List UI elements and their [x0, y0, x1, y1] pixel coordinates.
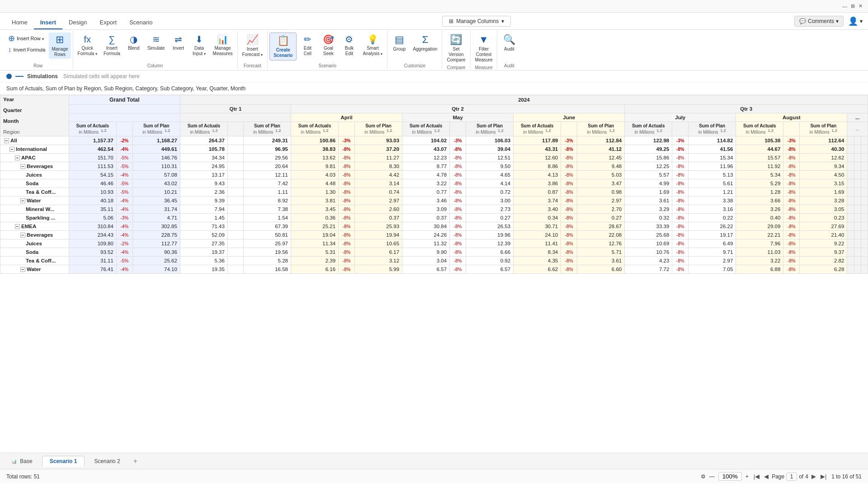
- data-cell: 8.77: [402, 162, 450, 171]
- data-cell: 15.34: [689, 154, 736, 162]
- prev-page-button[interactable]: ◀: [763, 473, 770, 480]
- bulk-edit-button[interactable]: ⚙ BulkEdit: [339, 33, 359, 58]
- close-icon[interactable]: ✕: [859, 3, 863, 9]
- create-scenario-button[interactable]: 📋 CreateScenario: [269, 33, 297, 61]
- data-cell: 7.05: [689, 265, 736, 274]
- insert-forecast-button[interactable]: 📈 InsertForecast ▾: [240, 33, 266, 59]
- manage-rows-button[interactable]: ⊞ ManageRows: [49, 33, 71, 59]
- gt-plan-sort-icon[interactable]: 1.2: [165, 128, 170, 133]
- row-label: Juices: [0, 239, 69, 248]
- data-cell: 106.03: [466, 136, 514, 145]
- sheet-tab-scenario1[interactable]: Scenario 1: [42, 456, 85, 467]
- settings-icon[interactable]: ⚙: [701, 473, 706, 480]
- expand-icon[interactable]: −: [9, 147, 14, 152]
- data-cell: 1.69: [800, 188, 847, 197]
- page-number[interactable]: 1: [786, 473, 797, 481]
- col-may-plan: Sum of Planin Millions 1.2: [466, 122, 514, 136]
- jun-plan-sort-icon[interactable]: 1.2: [609, 128, 615, 133]
- may-plan-sort-icon[interactable]: 1.2: [498, 128, 504, 133]
- comments-button[interactable]: 💬 Comments ▾: [794, 16, 844, 27]
- data-cell: 11.32: [402, 239, 450, 248]
- data-cell: 93.03: [355, 136, 402, 145]
- tab-scenario[interactable]: Scenario: [123, 16, 159, 29]
- group-button[interactable]: ▤ Group: [389, 33, 409, 53]
- table-row: −Water40.18-4%36.459.398.923.81-8%2.973.…: [0, 197, 868, 205]
- apr-plan-sort-icon[interactable]: 1.2: [387, 128, 392, 133]
- manage-measures-button[interactable]: 📊 ManageMeasures: [210, 33, 236, 58]
- audit-button[interactable]: 🔍 Audit: [499, 33, 519, 53]
- filter-context-button[interactable]: ▼ FilterContextMeasure: [472, 33, 495, 64]
- aug-actuals-sort-icon[interactable]: 1.2: [768, 128, 774, 133]
- goal-seek-button[interactable]: 🎯 GoalSeek: [318, 33, 338, 58]
- tab-design[interactable]: Design: [62, 16, 93, 29]
- may-actuals-sort-icon[interactable]: 1.2: [434, 128, 440, 133]
- page-range-label: 1 to 16 of 51: [831, 473, 862, 480]
- header-row-cols: Sum of Actuals in Millions 1.2 Sum of Pl…: [0, 122, 868, 136]
- expand-icon[interactable]: −: [4, 138, 9, 143]
- qtr1-plan-sort-icon[interactable]: 1.2: [275, 128, 281, 133]
- blend-button[interactable]: ◑ Blend: [124, 33, 144, 52]
- apr-actuals-sort-icon[interactable]: 1.2: [323, 128, 329, 133]
- row-group-label: Row: [5, 62, 71, 69]
- data-cell: 117.89: [514, 136, 561, 145]
- minimize-icon[interactable]: —: [842, 4, 847, 9]
- jun-actuals-sort-icon[interactable]: 1.2: [545, 128, 551, 133]
- data-cell: 12.76: [577, 239, 625, 248]
- data-cell: 3.86: [514, 179, 561, 188]
- data-cell: 234.43: [69, 231, 116, 239]
- expand-icon[interactable]: −: [20, 233, 25, 238]
- maximize-icon[interactable]: ⊞: [851, 3, 855, 9]
- zoom-in-icon[interactable]: +: [745, 473, 749, 480]
- expand-icon[interactable]: −: [15, 155, 20, 160]
- zoom-out-icon[interactable]: —: [709, 473, 715, 480]
- jul-plan-sort-icon[interactable]: 1.2: [720, 128, 726, 133]
- set-version-button[interactable]: 🔄 SetVersionCompare: [444, 33, 468, 64]
- add-tab-button[interactable]: +: [130, 455, 141, 467]
- aug-plan-sort-icon[interactable]: 1.2: [831, 128, 837, 133]
- data-cell: 12.25: [625, 162, 672, 171]
- table-body: −All1,157.37-2%1,168.27264.37249.31100.8…: [0, 136, 868, 274]
- manage-columns-button[interactable]: ⊞ Manage Columns ▾: [442, 16, 511, 27]
- header-may: May: [402, 113, 514, 122]
- data-cell: 3.14: [355, 179, 402, 188]
- smart-analysis-button[interactable]: 💡 SmartAnalysis ▾: [360, 33, 385, 58]
- data-cell: 6.57: [402, 265, 450, 274]
- insert-row-button[interactable]: ⊕ Insert Row ▾: [5, 33, 48, 44]
- tab-insert[interactable]: Insert: [34, 16, 62, 29]
- data-cell: 0.27: [577, 214, 625, 222]
- expand-icon[interactable]: −: [20, 164, 25, 169]
- data-input-button[interactable]: ⬇ DataInput ▾: [189, 33, 209, 58]
- expand-icon[interactable]: −: [15, 224, 20, 229]
- data-cell: 0.37: [355, 214, 402, 222]
- column-group-label: Column: [75, 62, 236, 69]
- user-menu[interactable]: 👤 ▾: [848, 16, 863, 26]
- aggregation-button[interactable]: Σ Aggregation: [410, 33, 440, 53]
- tab-home[interactable]: Home: [5, 16, 34, 29]
- first-page-button[interactable]: |◀: [752, 473, 761, 480]
- quick-formula-button[interactable]: fx QuickFormula ▾: [75, 33, 100, 58]
- next-page-button[interactable]: ▶: [810, 473, 817, 480]
- data-cell: 12.62: [800, 154, 847, 162]
- gt-actuals-sort-icon[interactable]: 1.2: [101, 128, 107, 133]
- data-cell: 3.66: [736, 197, 783, 205]
- expand-icon[interactable]: −: [20, 198, 25, 203]
- tab-export[interactable]: Export: [94, 16, 123, 29]
- edit-cell-button[interactable]: ✏ EditCell: [297, 33, 317, 58]
- insert-formula-button[interactable]: ∑ InsertFormula: [101, 33, 123, 58]
- col-jul-plan: Sum of Planin Millions 1.2: [689, 122, 736, 136]
- last-page-button[interactable]: ▶|: [819, 473, 828, 480]
- simulate-button[interactable]: ≋ Simulate: [145, 33, 168, 52]
- data-cell: 6.62: [514, 265, 561, 274]
- qtr1-actuals-sort-icon[interactable]: 1.2: [212, 128, 218, 133]
- total-rows-label: Total rows: 51: [6, 473, 40, 480]
- zoom-input[interactable]: [718, 472, 742, 481]
- expand-icon[interactable]: −: [20, 267, 25, 272]
- sheet-tab-base[interactable]: 📊 Base: [4, 456, 40, 467]
- sheet-tab-scenario2[interactable]: Scenario 2: [86, 456, 127, 467]
- jul-actuals-sort-icon[interactable]: 1.2: [656, 128, 662, 133]
- data-cell: 25.68: [625, 231, 672, 239]
- invert-formula-button[interactable]: ↕ Invert Formula: [5, 45, 48, 54]
- table-container[interactable]: Year Quarter Month Region Grand Total 20…: [0, 95, 868, 453]
- ribbon: ⊕ Insert Row ▾ ↕ Invert Formula ⊞ Manage…: [0, 30, 868, 70]
- invert-button[interactable]: ⇌ Invert: [169, 33, 189, 52]
